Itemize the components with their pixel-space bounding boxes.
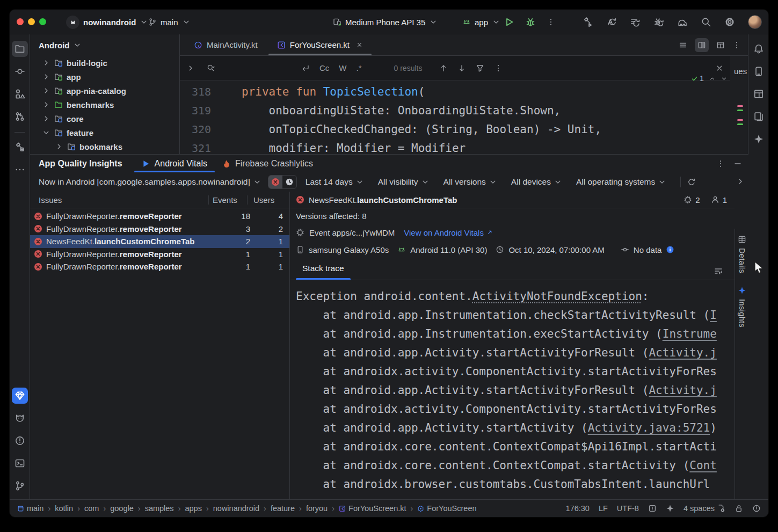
indent-setting[interactable]: 4 spaces bbox=[684, 504, 715, 513]
hide-panel-icon[interactable] bbox=[733, 159, 742, 168]
editor-options-icon[interactable] bbox=[732, 41, 741, 49]
stack-trace[interactable]: Exception android.content.ActivityNotFou… bbox=[290, 280, 735, 494]
column-events[interactable]: Events bbox=[208, 195, 247, 205]
previous-problem-icon[interactable] bbox=[709, 75, 716, 82]
stack-frame[interactable]: at android.app.Activity.startActivity (A… bbox=[296, 419, 735, 438]
tree-item-bookmarks[interactable]: bookmarks bbox=[30, 140, 179, 154]
next-problem-icon[interactable] bbox=[721, 75, 728, 82]
breadcrumb-google[interactable]: google bbox=[110, 504, 134, 513]
stack-link[interactable]: Activity.j bbox=[649, 346, 716, 359]
refresh-icon[interactable] bbox=[687, 178, 696, 186]
tree-item-core[interactable]: core bbox=[30, 112, 179, 126]
inspection-highlights-icon[interactable] bbox=[648, 504, 657, 513]
structure-icon[interactable] bbox=[679, 41, 687, 49]
info-icon[interactable] bbox=[666, 245, 674, 254]
search-icon[interactable] bbox=[207, 64, 215, 72]
line-separator[interactable]: LF bbox=[599, 504, 608, 513]
tool-vcs[interactable] bbox=[12, 108, 28, 125]
stack-frame[interactable]: at androidx.core.content.ContextCompat$A… bbox=[296, 438, 735, 456]
stack-link[interactable]: ActivityNotFoundException bbox=[472, 290, 642, 303]
stack-frame[interactable]: at androidx.activity.ComponentActivity.s… bbox=[296, 400, 735, 419]
issue-row-FullyDrawnReporter.removeReporter[interactable]: FullyDrawnReporter.removeReporter11 bbox=[30, 260, 289, 273]
soft-wrap-icon[interactable] bbox=[714, 267, 723, 275]
project-view-selector[interactable]: Android bbox=[30, 34, 179, 56]
tree-item-benchmarks[interactable]: benchmarks bbox=[30, 98, 179, 112]
stack-frame[interactable]: at android.app.Activity.startActivityFor… bbox=[296, 381, 735, 400]
breadcrumb-main[interactable]: main bbox=[17, 504, 43, 513]
ai-sparkle-icon[interactable] bbox=[666, 504, 674, 513]
next-occurrence-icon[interactable] bbox=[457, 64, 466, 72]
close-window-button[interactable] bbox=[17, 18, 24, 25]
tool-build[interactable] bbox=[12, 139, 28, 155]
tool-gemini[interactable] bbox=[751, 131, 767, 147]
gradle-sync-icon[interactable] bbox=[677, 17, 688, 27]
stack-frame[interactable]: at android.app.Instrumentation.execStart… bbox=[296, 325, 735, 344]
stack-frame[interactable]: at android.app.Activity.startActivityFor… bbox=[296, 344, 735, 362]
zoom-window-button[interactable] bbox=[39, 18, 46, 25]
tool-project[interactable] bbox=[12, 41, 28, 57]
tool-more[interactable] bbox=[12, 162, 28, 178]
branch-selector[interactable]: main bbox=[148, 10, 191, 34]
stack-link[interactable]: Cont bbox=[689, 459, 717, 472]
breadcrumb-com[interactable]: com bbox=[84, 504, 99, 513]
issue-row-FullyDrawnReporter.removeReporter[interactable]: FullyDrawnReporter.removeReporter32 bbox=[30, 222, 289, 235]
more-actions-button[interactable] bbox=[547, 18, 555, 26]
error-level-icon[interactable] bbox=[752, 504, 761, 513]
project-selector[interactable]: nowinandroid bbox=[66, 10, 148, 34]
column-users[interactable]: Users bbox=[247, 195, 289, 205]
caret-position[interactable]: 176:30 bbox=[566, 504, 590, 513]
stack-frame[interactable]: at androidx.core.content.ContextCompat.s… bbox=[296, 456, 735, 475]
tool-notifications[interactable] bbox=[751, 41, 767, 57]
debug-button[interactable] bbox=[525, 17, 536, 27]
file-encoding[interactable]: UTF-8 bbox=[617, 504, 639, 513]
device-selector[interactable]: Medium Phone API 35 bbox=[333, 10, 438, 34]
scroll-filters-icon[interactable] bbox=[736, 177, 745, 186]
stack-link[interactable]: Activity.java:5721 bbox=[588, 421, 710, 434]
split-editor-button[interactable] bbox=[695, 38, 709, 52]
stack-link[interactable]: Instrume bbox=[663, 327, 717, 340]
breadcrumb-foryou[interactable]: foryou bbox=[306, 504, 328, 513]
tool-resource-manager[interactable] bbox=[12, 86, 28, 102]
code-line[interactable]: 318private fun TopicSelection( bbox=[180, 83, 748, 101]
code-line[interactable]: 321 modifier: Modifier = Modifier bbox=[180, 139, 748, 154]
search-options-icon[interactable] bbox=[494, 64, 503, 72]
words-toggle[interactable]: W bbox=[339, 63, 346, 72]
breadcrumb-ForYouScreen.kt[interactable]: ForYouScreen.kt bbox=[339, 504, 406, 513]
close-tab-icon[interactable] bbox=[356, 41, 363, 48]
tool-terminal[interactable] bbox=[12, 455, 28, 471]
panel-options-icon[interactable] bbox=[716, 159, 725, 168]
tool-commit[interactable] bbox=[12, 63, 28, 79]
devices-filter-dropdown[interactable]: All devices bbox=[511, 177, 562, 187]
versions-filter-dropdown[interactable]: All versions bbox=[443, 177, 497, 187]
issue-row-NewsFeedKt.launchCustomChromeTab[interactable]: NewsFeedKt.launchCustomChromeTab21 bbox=[30, 235, 289, 248]
stack-link[interactable]: I bbox=[710, 309, 717, 322]
apply-code-changes-icon[interactable] bbox=[653, 17, 664, 27]
editor-layout-icon[interactable] bbox=[716, 41, 725, 49]
crashes-toggle[interactable] bbox=[268, 176, 282, 188]
apply-changes-icon[interactable] bbox=[606, 17, 617, 27]
side-tab-details[interactable]: Details bbox=[738, 235, 746, 273]
rerun-tasks-icon[interactable] bbox=[630, 17, 641, 27]
tree-item-app[interactable]: app bbox=[30, 70, 179, 84]
code-line[interactable]: 319 onboardingUiState: OnboardingUiState… bbox=[180, 101, 748, 120]
tree-item-feature[interactable]: feature bbox=[30, 126, 179, 140]
regex-toggle[interactable]: .* bbox=[357, 63, 362, 72]
expand-replace-icon[interactable] bbox=[186, 64, 195, 72]
unlock-icon[interactable] bbox=[735, 504, 743, 513]
stack-frame[interactable]: Exception android.content.ActivityNotFou… bbox=[296, 287, 735, 306]
filter-search-icon[interactable] bbox=[476, 64, 484, 72]
os-filter-dropdown[interactable]: All operating systems bbox=[576, 177, 666, 187]
visibility-filter-dropdown[interactable]: All visibility bbox=[378, 177, 430, 187]
breadcrumb-apps[interactable]: apps bbox=[185, 504, 201, 513]
search-everywhere-icon[interactable] bbox=[701, 17, 711, 27]
breadcrumb-samples[interactable]: samples bbox=[145, 504, 174, 513]
stack-frame[interactable]: at androidx.activity.ComponentActivity.s… bbox=[296, 362, 735, 381]
tool-running-devices[interactable] bbox=[751, 63, 767, 79]
issue-row-FullyDrawnReporter.removeReporter[interactable]: FullyDrawnReporter.removeReporter11 bbox=[30, 247, 289, 260]
tab-android-vitals[interactable]: Android Vitals bbox=[134, 155, 215, 172]
side-tab-insights[interactable]: Insights bbox=[738, 286, 746, 327]
tool-git[interactable] bbox=[12, 478, 28, 494]
close-search-icon[interactable] bbox=[715, 64, 724, 72]
inspections-widget[interactable]: 1 bbox=[691, 74, 728, 83]
run-button[interactable] bbox=[504, 17, 514, 27]
